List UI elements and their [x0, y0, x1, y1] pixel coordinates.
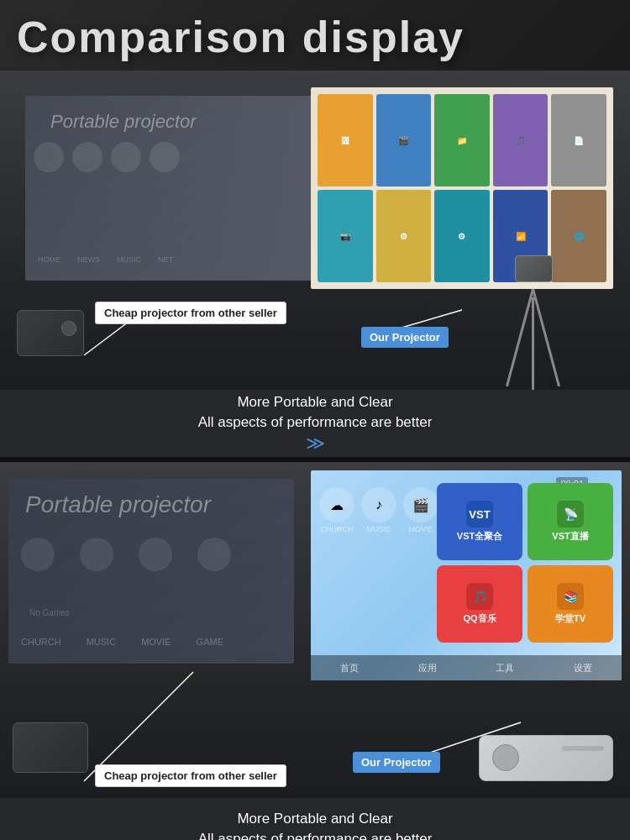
menu-music: MUSIC	[87, 637, 116, 647]
tile-8: ⚙	[434, 190, 490, 282]
icon-3	[111, 142, 141, 172]
icon-1	[34, 142, 64, 172]
qq-icon: 🎵	[466, 583, 493, 610]
tripod-head	[515, 255, 553, 282]
nav-apps: 应用	[418, 662, 437, 675]
nav-settings: 设置	[574, 662, 592, 675]
bot-icon-4	[197, 538, 231, 571]
tripod-legs	[504, 282, 563, 390]
text-line-1-top: More Portable and Clear	[237, 394, 392, 411]
left-label-3: MOVIE	[408, 525, 433, 533]
left-label-1: CHURCH	[321, 525, 354, 533]
tile-1: 🖼	[318, 94, 373, 186]
our-label-bottom: Our Projector	[353, 752, 440, 773]
icon-row-bottom	[21, 538, 231, 571]
projection-area-top: Portable projector HOME NEWS MUSIC NET	[0, 71, 630, 390]
cheap-projector-device-top	[17, 310, 84, 356]
app-tile-xuetang-label: 学堂TV	[555, 612, 585, 625]
app-tile-qq-label: QQ音乐	[463, 612, 496, 625]
cheap-screen-top: Portable projector HOME NEWS MUSIC NET	[25, 96, 328, 281]
app-tile-vst: VST VST全聚合	[437, 483, 522, 560]
menu-church: CHURCH	[21, 637, 61, 647]
left-icon-music: ♪	[361, 487, 396, 522]
tripod-leg-3	[532, 297, 534, 390]
icon-row-1: ☁ CHURCH ♪ MUSIC 🎬 MOVIE 🎮	[319, 487, 428, 533]
cheap-projector-device-bottom	[13, 722, 88, 773]
section-top: Portable projector HOME NEWS MUSIC NET	[0, 71, 630, 457]
nav-tools: 工具	[496, 662, 514, 675]
icon-4	[150, 142, 180, 172]
tile-7: ⚙	[376, 190, 432, 282]
tripod-leg-1	[532, 289, 560, 387]
tile-2: 🎬	[376, 94, 432, 186]
xuetang-icon: 📚	[557, 583, 584, 610]
left-label-2: MUSIC	[367, 525, 391, 533]
our-label-top: Our Projector	[361, 327, 449, 348]
vst-icon: VST	[466, 501, 493, 528]
app-grid-bottom: VST VST全聚合 📡 VST直播 🎵 QQ音乐 📚 学堂TV	[433, 479, 617, 647]
text-line-1-bottom: More Portable and Clear	[237, 811, 392, 827]
text-line-2-top: All aspects of performance are better	[198, 414, 433, 431]
icon-2	[72, 142, 102, 172]
app-tile-qq: 🎵 QQ音乐	[437, 565, 522, 643]
cheap-screen-title-top: Portable projector	[50, 111, 197, 133]
menu-game: GAME	[197, 637, 223, 647]
icon-item-2: ♪ MUSIC	[361, 487, 396, 533]
bot-icon-1	[21, 538, 55, 571]
menu-movie: MOVIE	[141, 637, 171, 647]
our-screen-top: 🖼 🎬 📁 🎵 📄 📷 ⚙ ⚙ 📶 🌐	[311, 87, 613, 289]
page-title: Comparison display	[17, 15, 613, 59]
cheap-screen-bottom: Portable projector CHURCH MUSIC MOVIE GA…	[8, 479, 294, 664]
tile-4: 🎵	[493, 94, 549, 186]
projection-area-bottom: Portable projector CHURCH MUSIC MOVIE GA…	[0, 462, 630, 798]
section-bottom: Portable projector CHURCH MUSIC MOVIE GA…	[0, 462, 630, 840]
icon-item-1: ☁ CHURCH	[319, 487, 354, 533]
no-games: No Games	[29, 608, 70, 617]
bot-icon-2	[80, 538, 113, 571]
tile-5: 📄	[551, 94, 606, 186]
page-wrapper: Comparison display Portable projector HO…	[0, 0, 630, 840]
tile-6: 📷	[318, 190, 373, 282]
vst-live-icon: 📡	[557, 501, 584, 528]
app-tile-vst-live: 📡 VST直播	[528, 483, 613, 560]
cheap-label-top: Cheap projector from other seller	[95, 302, 286, 324]
cheap-screen-title-bot: Portable projector	[25, 491, 211, 518]
our-projector-device-bottom	[479, 735, 613, 781]
header: Comparison display	[0, 0, 630, 71]
left-icon-cloud: ☁	[319, 487, 354, 522]
nav-home: 首页	[340, 662, 359, 675]
tile-grid-top: 🖼 🎬 📁 🎵 📄 📷 ⚙ ⚙ 📶 🌐	[311, 87, 613, 289]
tile-3: 📁	[434, 94, 490, 186]
bottom-text-top: More Portable and Clear All aspects of p…	[0, 390, 630, 457]
cheap-label-bottom: Cheap projector from other seller	[95, 764, 286, 787]
text-line-2-bottom: All aspects of performance are better	[198, 831, 433, 840]
app-tile-xuetang: 📚 学堂TV	[528, 565, 613, 643]
menu-row-bottom: CHURCH MUSIC MOVIE GAME	[21, 637, 223, 647]
tripod-leg-2	[506, 289, 534, 387]
our-screen-bottom: 08:01 ☁ CHURCH ♪ MUSIC 🎬	[311, 470, 622, 680]
chevron-down-icon: ≫	[306, 434, 325, 453]
bottom-text-bottom: More Portable and Clear All aspects of p…	[0, 798, 630, 840]
bot-icon-3	[139, 538, 172, 571]
left-icons-bottom: ☁ CHURCH ♪ MUSIC 🎬 MOVIE 🎮	[319, 487, 428, 542]
nav-bar-bottom: 首页 应用 工具 设置	[311, 655, 622, 680]
app-tile-vst-live-label: VST直播	[552, 530, 588, 543]
our-projector-device-top	[504, 255, 563, 390]
app-tile-vst-label: VST全聚合	[457, 530, 502, 543]
